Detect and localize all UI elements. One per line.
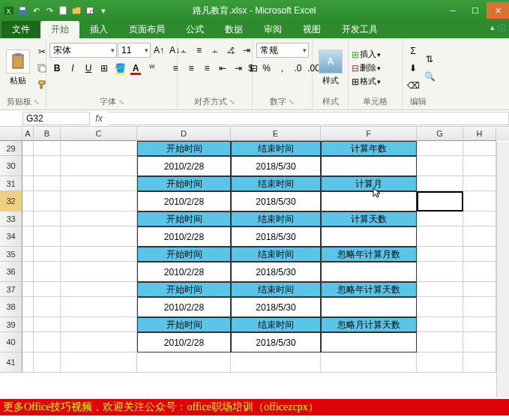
cell[interactable]: [34, 247, 61, 262]
cell[interactable]: [22, 176, 34, 191]
cell[interactable]: [61, 156, 137, 176]
cell[interactable]: [321, 297, 417, 317]
col-header-D[interactable]: D: [137, 127, 231, 141]
cell[interactable]: [463, 262, 496, 282]
help-icon[interactable]: ⓘ: [498, 22, 506, 34]
cell[interactable]: [22, 247, 34, 262]
cell[interactable]: [61, 282, 137, 297]
tab-insert[interactable]: 插入: [79, 21, 118, 38]
col-header-G[interactable]: G: [417, 127, 463, 141]
decrease-indent-icon[interactable]: ⇤: [215, 61, 230, 76]
align-right-icon[interactable]: ≡: [199, 61, 214, 76]
name-box[interactable]: G32: [22, 112, 90, 125]
orientation-icon[interactable]: ⦨: [223, 43, 238, 58]
comma-icon[interactable]: ,: [275, 61, 290, 76]
cell[interactable]: 开始时间: [137, 212, 231, 226]
align-left-icon[interactable]: ≡: [168, 61, 183, 76]
print-preview-icon[interactable]: [84, 4, 96, 16]
delete-cells-button[interactable]: ⊟删除▾: [352, 62, 381, 74]
font-size-dropdown[interactable]: 11: [118, 43, 151, 58]
cell[interactable]: [34, 282, 61, 297]
cell[interactable]: [61, 352, 137, 373]
cell[interactable]: [417, 352, 463, 373]
cell[interactable]: 结束时间: [231, 176, 321, 191]
minimize-button[interactable]: ─: [442, 2, 464, 19]
tab-home[interactable]: 开始: [40, 21, 79, 38]
cell[interactable]: [34, 297, 61, 317]
redo-icon[interactable]: ↷: [43, 4, 55, 16]
cell[interactable]: [417, 332, 463, 352]
qat-dropdown-icon[interactable]: ▾: [97, 4, 109, 16]
cell[interactable]: [61, 212, 137, 226]
row-header[interactable]: 34: [0, 226, 22, 247]
cell[interactable]: 计算天数: [321, 212, 417, 226]
cell[interactable]: [22, 156, 34, 176]
cell[interactable]: 2018/5/30: [231, 332, 321, 352]
number-launcher-icon[interactable]: ⤡: [289, 98, 295, 106]
row-header[interactable]: 35: [0, 247, 22, 262]
close-button[interactable]: ✕: [487, 2, 509, 19]
font-launcher-icon[interactable]: ⤡: [118, 98, 124, 106]
cell[interactable]: [463, 176, 496, 191]
cell[interactable]: [61, 226, 137, 247]
cell[interactable]: [417, 212, 463, 226]
cell[interactable]: [34, 212, 61, 226]
cell[interactable]: [22, 226, 34, 247]
cell[interactable]: 开始时间: [137, 141, 231, 156]
cell[interactable]: [34, 352, 61, 373]
save-icon[interactable]: [16, 4, 28, 16]
tab-formula[interactable]: 公式: [175, 21, 214, 38]
vertical-scrollbar[interactable]: [496, 142, 509, 398]
cell[interactable]: [463, 317, 496, 332]
phonetic-button[interactable]: ᵂ: [144, 61, 159, 76]
tab-dev[interactable]: 开发工具: [331, 21, 388, 38]
align-center-icon[interactable]: ≡: [184, 61, 199, 76]
cell[interactable]: [321, 352, 417, 373]
italic-button[interactable]: I: [65, 61, 80, 76]
cell[interactable]: 2010/2/28: [137, 332, 231, 352]
cell[interactable]: 计算年数: [321, 141, 417, 156]
cell[interactable]: [417, 282, 463, 297]
cell[interactable]: [61, 191, 137, 212]
cell[interactable]: [22, 191, 34, 212]
row-header[interactable]: 40: [0, 332, 22, 352]
clipboard-launcher-icon[interactable]: ⤡: [34, 98, 40, 106]
cell[interactable]: 开始时间: [137, 317, 231, 332]
insert-cells-button[interactable]: ⊞插入▾: [352, 49, 381, 60]
row-header[interactable]: 36: [0, 262, 22, 282]
increase-decimal-icon[interactable]: .0: [291, 61, 306, 76]
cell[interactable]: [22, 282, 34, 297]
row-header[interactable]: 41: [0, 352, 22, 373]
tab-file[interactable]: 文件: [1, 21, 40, 38]
number-format-dropdown[interactable]: 常规: [256, 43, 309, 58]
cell[interactable]: [417, 247, 463, 262]
cell[interactable]: [417, 176, 463, 191]
cell[interactable]: 2010/2/28: [137, 191, 231, 212]
open-icon[interactable]: [70, 4, 82, 16]
tab-layout[interactable]: 页面布局: [118, 21, 175, 38]
cell[interactable]: [417, 317, 463, 332]
cell[interactable]: [463, 212, 496, 226]
cell[interactable]: 结束时间: [231, 282, 321, 297]
cell[interactable]: 2018/5/30: [231, 262, 321, 282]
cell[interactable]: [34, 262, 61, 282]
cell[interactable]: [321, 191, 417, 212]
undo-icon[interactable]: ↶: [30, 4, 42, 16]
align-bottom-icon[interactable]: ⫠: [208, 43, 223, 58]
cell[interactable]: [417, 297, 463, 317]
underline-button[interactable]: U: [81, 61, 96, 76]
cell[interactable]: 2018/5/30: [231, 297, 321, 317]
increase-font-icon[interactable]: A↑: [151, 43, 166, 58]
cell[interactable]: 结束时间: [231, 247, 321, 262]
align-middle-icon[interactable]: ≡: [192, 43, 207, 58]
col-header-H[interactable]: H: [463, 127, 496, 141]
minimize-ribbon-icon[interactable]: ▴: [490, 22, 495, 34]
row-header[interactable]: 39: [0, 317, 22, 332]
cell[interactable]: 计算月: [321, 176, 417, 191]
font-color-button[interactable]: A: [128, 61, 143, 76]
cell[interactable]: [321, 332, 417, 352]
cell[interactable]: [61, 332, 137, 352]
cell[interactable]: [34, 156, 61, 176]
cell[interactable]: [463, 297, 496, 317]
cell[interactable]: [61, 247, 137, 262]
